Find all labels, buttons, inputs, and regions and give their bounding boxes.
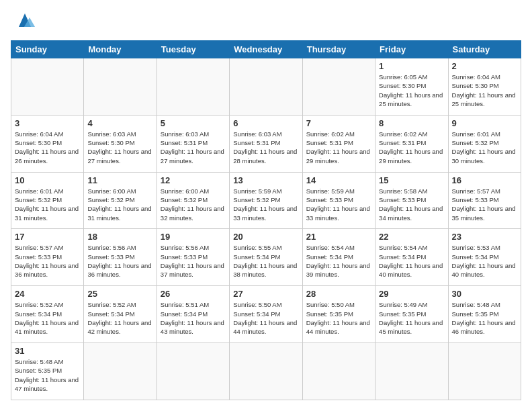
calendar-day-cell: 15Sunrise: 5:58 AM Sunset: 5:33 PM Dayli… xyxy=(375,172,448,229)
day-number: 21 xyxy=(306,232,371,242)
day-number: 12 xyxy=(161,175,226,185)
calendar-day-cell: 29Sunrise: 5:49 AM Sunset: 5:35 PM Dayli… xyxy=(375,286,448,343)
day-number: 31 xyxy=(15,346,80,356)
calendar-day-cell: 16Sunrise: 5:57 AM Sunset: 5:33 PM Dayli… xyxy=(448,172,521,229)
day-info: Sunrise: 6:03 AM Sunset: 5:31 PM Dayligh… xyxy=(233,130,298,165)
day-number: 5 xyxy=(161,118,226,128)
calendar-day-cell: 26Sunrise: 5:51 AM Sunset: 5:34 PM Dayli… xyxy=(157,286,229,343)
calendar-day-cell xyxy=(302,58,375,116)
header xyxy=(11,11,521,34)
day-info: Sunrise: 6:03 AM Sunset: 5:30 PM Dayligh… xyxy=(87,130,152,165)
calendar-day-cell: 21Sunrise: 5:54 AM Sunset: 5:34 PM Dayli… xyxy=(302,229,375,286)
calendar-day-cell: 22Sunrise: 5:54 AM Sunset: 5:34 PM Dayli… xyxy=(375,229,448,286)
calendar-day-cell: 14Sunrise: 5:59 AM Sunset: 5:33 PM Dayli… xyxy=(302,172,375,229)
day-info: Sunrise: 5:49 AM Sunset: 5:35 PM Dayligh… xyxy=(379,300,444,336)
calendar-day-cell xyxy=(84,58,157,116)
day-number: 20 xyxy=(233,232,298,242)
calendar-day-cell: 12Sunrise: 6:00 AM Sunset: 5:32 PM Dayli… xyxy=(157,172,229,229)
weekday-header-row: Sunday Monday Tuesday Wednesday Thursday… xyxy=(11,41,521,58)
day-info: Sunrise: 5:50 AM Sunset: 5:35 PM Dayligh… xyxy=(306,300,371,336)
page: Sunday Monday Tuesday Wednesday Thursday… xyxy=(0,0,532,411)
day-info: Sunrise: 5:53 AM Sunset: 5:34 PM Dayligh… xyxy=(452,243,517,279)
calendar-week-row: 17Sunrise: 5:57 AM Sunset: 5:33 PM Dayli… xyxy=(11,229,521,286)
day-info: Sunrise: 5:54 AM Sunset: 5:34 PM Dayligh… xyxy=(379,243,444,279)
calendar-day-cell: 19Sunrise: 5:56 AM Sunset: 5:33 PM Dayli… xyxy=(157,229,229,286)
day-number: 19 xyxy=(161,232,226,242)
calendar-day-cell xyxy=(84,343,157,400)
day-info: Sunrise: 5:56 AM Sunset: 5:33 PM Dayligh… xyxy=(87,243,152,279)
day-info: Sunrise: 6:00 AM Sunset: 5:32 PM Dayligh… xyxy=(161,187,226,222)
day-info: Sunrise: 5:55 AM Sunset: 5:34 PM Dayligh… xyxy=(233,243,298,279)
day-info: Sunrise: 6:02 AM Sunset: 5:31 PM Dayligh… xyxy=(306,130,371,165)
calendar-day-cell xyxy=(157,343,229,400)
calendar-day-cell: 9Sunrise: 6:01 AM Sunset: 5:32 PM Daylig… xyxy=(448,115,521,172)
day-number: 6 xyxy=(233,118,298,128)
header-monday: Monday xyxy=(84,41,157,58)
day-number: 8 xyxy=(379,118,444,128)
calendar-day-cell xyxy=(375,343,448,400)
header-tuesday: Tuesday xyxy=(157,41,229,58)
calendar-day-cell: 2Sunrise: 6:04 AM Sunset: 5:30 PM Daylig… xyxy=(448,58,521,116)
day-info: Sunrise: 5:56 AM Sunset: 5:33 PM Dayligh… xyxy=(161,243,226,279)
day-info: Sunrise: 5:52 AM Sunset: 5:34 PM Dayligh… xyxy=(87,300,152,336)
day-number: 13 xyxy=(233,175,298,185)
day-number: 10 xyxy=(15,175,80,185)
day-number: 28 xyxy=(306,289,371,299)
day-info: Sunrise: 6:01 AM Sunset: 5:32 PM Dayligh… xyxy=(15,187,80,222)
day-info: Sunrise: 6:03 AM Sunset: 5:31 PM Dayligh… xyxy=(161,130,226,165)
day-info: Sunrise: 5:50 AM Sunset: 5:34 PM Dayligh… xyxy=(233,300,298,336)
day-info: Sunrise: 5:52 AM Sunset: 5:34 PM Dayligh… xyxy=(15,300,80,336)
calendar-day-cell: 18Sunrise: 5:56 AM Sunset: 5:33 PM Dayli… xyxy=(84,229,157,286)
day-number: 16 xyxy=(452,175,517,185)
calendar-week-row: 1Sunrise: 6:05 AM Sunset: 5:30 PM Daylig… xyxy=(11,58,521,116)
day-number: 15 xyxy=(379,175,444,185)
day-info: Sunrise: 5:59 AM Sunset: 5:32 PM Dayligh… xyxy=(233,187,298,222)
calendar-day-cell xyxy=(230,58,302,116)
calendar-day-cell: 24Sunrise: 5:52 AM Sunset: 5:34 PM Dayli… xyxy=(11,286,84,343)
day-number: 24 xyxy=(15,289,80,299)
day-number: 9 xyxy=(452,118,517,128)
calendar-day-cell xyxy=(230,343,302,400)
day-info: Sunrise: 6:00 AM Sunset: 5:32 PM Dayligh… xyxy=(87,187,152,222)
day-number: 27 xyxy=(233,289,298,299)
calendar-day-cell: 8Sunrise: 6:02 AM Sunset: 5:31 PM Daylig… xyxy=(375,115,448,172)
header-wednesday: Wednesday xyxy=(230,41,302,58)
calendar-day-cell: 28Sunrise: 5:50 AM Sunset: 5:35 PM Dayli… xyxy=(302,286,375,343)
day-number: 30 xyxy=(452,289,517,299)
calendar-day-cell: 20Sunrise: 5:55 AM Sunset: 5:34 PM Dayli… xyxy=(230,229,302,286)
header-saturday: Saturday xyxy=(448,41,521,58)
calendar-day-cell: 13Sunrise: 5:59 AM Sunset: 5:32 PM Dayli… xyxy=(230,172,302,229)
header-friday: Friday xyxy=(375,41,448,58)
day-number: 29 xyxy=(379,289,444,299)
logo-icon xyxy=(12,8,38,34)
calendar-day-cell xyxy=(157,58,229,116)
calendar-day-cell: 1Sunrise: 6:05 AM Sunset: 5:30 PM Daylig… xyxy=(375,58,448,116)
day-info: Sunrise: 5:48 AM Sunset: 5:35 PM Dayligh… xyxy=(15,357,80,393)
calendar-day-cell xyxy=(448,343,521,400)
day-info: Sunrise: 5:51 AM Sunset: 5:34 PM Dayligh… xyxy=(161,300,226,336)
calendar-day-cell: 23Sunrise: 5:53 AM Sunset: 5:34 PM Dayli… xyxy=(448,229,521,286)
day-number: 23 xyxy=(452,232,517,242)
calendar-day-cell: 27Sunrise: 5:50 AM Sunset: 5:34 PM Dayli… xyxy=(230,286,302,343)
day-number: 25 xyxy=(87,289,152,299)
day-number: 22 xyxy=(379,232,444,242)
day-info: Sunrise: 5:59 AM Sunset: 5:33 PM Dayligh… xyxy=(306,187,371,222)
day-info: Sunrise: 6:04 AM Sunset: 5:30 PM Dayligh… xyxy=(15,130,80,165)
day-number: 11 xyxy=(87,175,152,185)
header-sunday: Sunday xyxy=(11,41,84,58)
day-info: Sunrise: 5:57 AM Sunset: 5:33 PM Dayligh… xyxy=(15,243,80,279)
day-number: 7 xyxy=(306,118,371,128)
calendar-day-cell: 30Sunrise: 5:48 AM Sunset: 5:35 PM Dayli… xyxy=(448,286,521,343)
day-info: Sunrise: 6:04 AM Sunset: 5:30 PM Dayligh… xyxy=(452,73,517,108)
calendar-week-row: 3Sunrise: 6:04 AM Sunset: 5:30 PM Daylig… xyxy=(11,115,521,172)
logo xyxy=(11,11,38,34)
header-thursday: Thursday xyxy=(302,41,375,58)
day-number: 4 xyxy=(87,118,152,128)
day-number: 14 xyxy=(306,175,371,185)
calendar-day-cell: 6Sunrise: 6:03 AM Sunset: 5:31 PM Daylig… xyxy=(230,115,302,172)
calendar-day-cell: 7Sunrise: 6:02 AM Sunset: 5:31 PM Daylig… xyxy=(302,115,375,172)
day-info: Sunrise: 6:01 AM Sunset: 5:32 PM Dayligh… xyxy=(452,130,517,165)
calendar-day-cell: 25Sunrise: 5:52 AM Sunset: 5:34 PM Dayli… xyxy=(84,286,157,343)
calendar-table: Sunday Monday Tuesday Wednesday Thursday… xyxy=(11,40,521,400)
calendar-week-row: 10Sunrise: 6:01 AM Sunset: 5:32 PM Dayli… xyxy=(11,172,521,229)
